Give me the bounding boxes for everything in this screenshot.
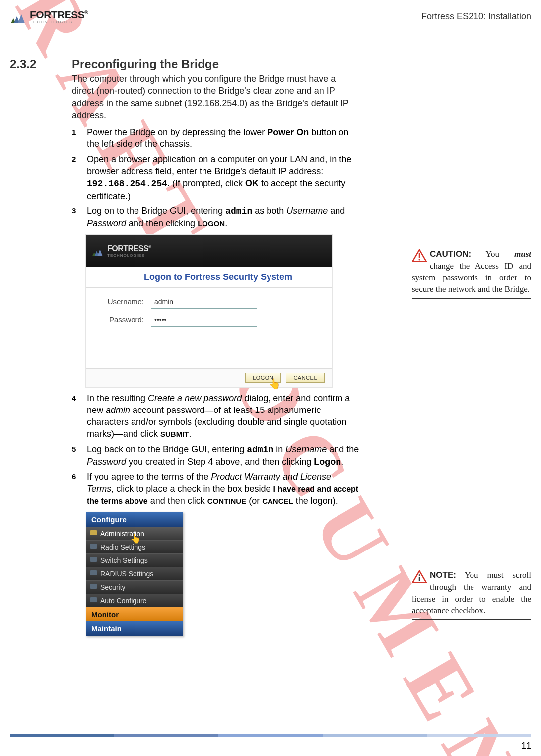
header-rule bbox=[10, 30, 531, 30]
cursor-icon: 👆 bbox=[130, 533, 141, 544]
step-text: Power the Bridge on by depressing the lo… bbox=[87, 126, 360, 150]
fortress-logo-icon bbox=[10, 9, 27, 24]
folder-icon bbox=[90, 570, 97, 575]
fortress-logo-icon bbox=[91, 246, 104, 257]
folder-icon bbox=[90, 584, 97, 589]
folder-icon bbox=[90, 597, 97, 602]
brand-logo: FORTRESS® TECHNOLOGIES bbox=[10, 9, 88, 24]
step-number: 4 bbox=[72, 392, 81, 440]
menu-item-auto-configure[interactable]: Auto Configure bbox=[86, 594, 183, 607]
step-text: Log back on to the Bridge GUI, entering … bbox=[87, 443, 360, 468]
password-input[interactable] bbox=[151, 313, 257, 327]
step-number: 5 bbox=[72, 443, 81, 468]
intro-paragraph: The computer through which you configure… bbox=[72, 73, 360, 121]
username-label: Username: bbox=[86, 297, 151, 306]
menu-item-radius-settings[interactable]: RADIUS Settings bbox=[86, 567, 183, 580]
configure-menu-screenshot: Configure Administration Radio Settings … bbox=[86, 512, 183, 636]
menu-item-security[interactable]: Security bbox=[86, 580, 183, 594]
step-number: 6 bbox=[72, 471, 81, 507]
configure-header: Configure bbox=[86, 512, 183, 527]
svg-marker-5 bbox=[97, 249, 102, 256]
doc-title: Fortress ES210: Installation bbox=[421, 11, 531, 22]
password-label: Password: bbox=[86, 315, 151, 324]
logon-screenshot: FORTRESS® TECHNOLOGIES Logon to Fortress… bbox=[86, 235, 332, 387]
step-text: If you agree to the terms of the Product… bbox=[87, 471, 360, 507]
folder-icon bbox=[90, 530, 97, 535]
step-text: Log on to the Bridge GUI, entering admin… bbox=[87, 205, 360, 230]
step-number: 3 bbox=[72, 205, 81, 230]
brand-registered: ® bbox=[84, 10, 88, 15]
brand-name: FORTRESS bbox=[30, 9, 84, 20]
step-number: 1 bbox=[72, 126, 81, 150]
maintain-header[interactable]: Maintain bbox=[86, 621, 183, 636]
logon-title: Logon to Fortress Security System bbox=[86, 267, 332, 288]
section-number: 2.3.2 bbox=[10, 57, 52, 71]
step-number: 2 bbox=[72, 153, 81, 202]
cursor-icon: 👆 bbox=[269, 378, 281, 390]
section-title: Preconfiguring the Bridge bbox=[72, 57, 219, 71]
menu-item-switch-settings[interactable]: Switch Settings bbox=[86, 553, 183, 567]
svg-marker-2 bbox=[18, 14, 25, 23]
step-text: Open a browser application on a computer… bbox=[87, 153, 360, 202]
step-text: In the resulting Create a new password d… bbox=[87, 392, 360, 440]
cancel-button[interactable]: CANCEL bbox=[286, 373, 325, 383]
folder-icon bbox=[90, 557, 97, 562]
page-number: 11 bbox=[521, 741, 531, 751]
username-input[interactable] bbox=[151, 295, 257, 309]
footer-rule bbox=[10, 734, 531, 737]
monitor-header[interactable]: Monitor bbox=[86, 607, 183, 621]
page-header: FORTRESS® TECHNOLOGIES Fortress ES210: I… bbox=[10, 9, 531, 24]
folder-icon bbox=[90, 544, 97, 549]
logon-header-bar: FORTRESS® TECHNOLOGIES bbox=[86, 235, 332, 267]
